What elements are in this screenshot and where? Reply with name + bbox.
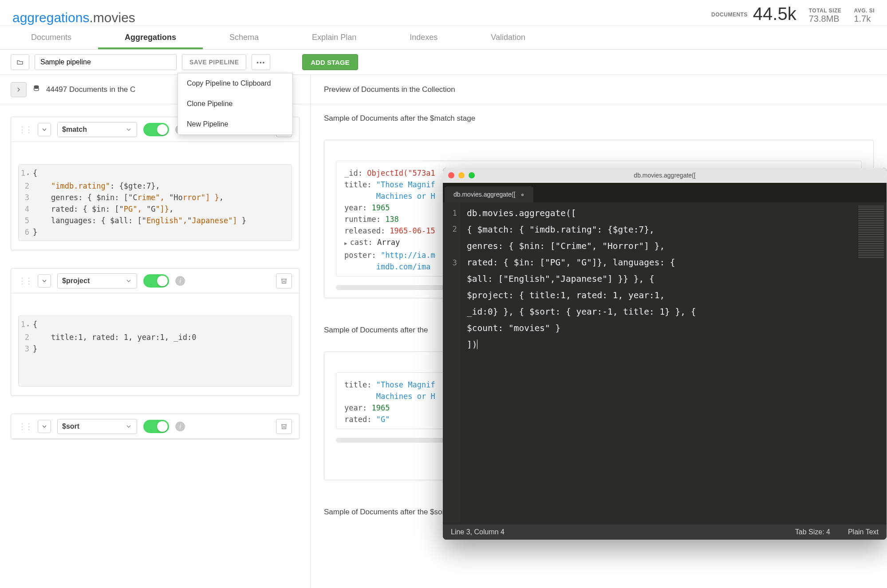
window-minimize-icon[interactable]: [458, 172, 465, 178]
editor-tab[interactable]: db.movies.aggregate([ ●: [445, 186, 533, 202]
collapse-stage-button[interactable]: [38, 420, 51, 433]
collapse-stage-button[interactable]: [38, 123, 51, 136]
stage-code-editor[interactable]: 1▾{2 title:1, rated: 1, year:1, _id:03}: [18, 316, 292, 387]
breadcrumb: aggregations.movies: [12, 10, 711, 25]
trash-icon: [280, 423, 288, 430]
menu-item-new-pipeline[interactable]: New Pipeline: [178, 114, 292, 134]
editor-statusbar: Line 3, Column 4 Tab Size: 4 Plain Text: [443, 525, 887, 540]
collection-tabs: DocumentsAggregationsSchemaExplain PlanI…: [0, 26, 887, 50]
add-stage-button[interactable]: ADD STAGE: [302, 54, 358, 70]
pipeline-more-button[interactable]: •••: [252, 54, 270, 70]
tab-dirty-icon: ●: [520, 191, 524, 198]
tab-documents[interactable]: Documents: [4, 26, 98, 49]
status-cursor: Line 3, Column 4: [451, 528, 505, 536]
stat-totalsize-value: 73.8MB: [809, 14, 842, 24]
tab-indexes[interactable]: Indexes: [383, 26, 464, 49]
window-zoom-icon[interactable]: [469, 172, 475, 178]
chevron-down-icon: [125, 126, 132, 133]
breadcrumb-db: aggregations: [12, 10, 89, 25]
collection-stats: DOCUMENTS 44.5k TOTAL SIZE 73.8MB AVG. S…: [711, 4, 875, 25]
chevron-right-icon: [15, 86, 22, 93]
stat-totalsize-label: TOTAL SIZE: [809, 8, 842, 14]
menu-item-clone-pipeline[interactable]: Clone Pipeline: [178, 94, 292, 114]
window-titlebar[interactable]: db.movies.aggregate([: [443, 168, 887, 183]
editor-minimap[interactable]: [855, 202, 887, 525]
chevron-down-icon: [125, 277, 132, 284]
editor-gutter: 123: [443, 202, 461, 525]
delete-stage-button[interactable]: [276, 419, 292, 434]
collapse-stage-button[interactable]: [38, 274, 51, 288]
chevron-down-icon: [41, 277, 48, 284]
menu-item-copy-pipeline-to-clipboard[interactable]: Copy Pipeline to Clipboard: [178, 73, 292, 94]
tab-validation[interactable]: Validation: [464, 26, 552, 49]
stat-documents-label: DOCUMENTS: [711, 12, 748, 18]
pipeline-more-menu: Copy Pipeline to ClipboardClone Pipeline…: [177, 73, 293, 135]
status-syntax[interactable]: Plain Text: [848, 528, 879, 536]
trash-icon: [280, 277, 288, 284]
window-close-icon[interactable]: [448, 172, 454, 178]
document-count-text: 44497 Documents in the C: [46, 85, 135, 94]
tab-aggregations[interactable]: Aggregations: [98, 26, 203, 49]
info-icon[interactable]: i: [175, 422, 185, 431]
stage-enabled-toggle[interactable]: [143, 420, 169, 433]
save-pipeline-button[interactable]: SAVE PIPELINE: [182, 54, 246, 70]
stage-operator-select[interactable]: $project: [57, 273, 137, 288]
database-icon: [33, 85, 40, 94]
stage-preview-label: Sample of Documents after the $match sta…: [311, 104, 887, 127]
collapse-docs-button[interactable]: [11, 82, 27, 97]
expand-array-icon[interactable]: ▶: [344, 241, 347, 246]
stat-avgsize-label: AVG. SI: [854, 8, 875, 14]
chevron-down-icon: [41, 126, 48, 133]
stage-operator-select[interactable]: $sort: [57, 419, 137, 434]
editor-content[interactable]: db.movies.aggregate([ { $match: { "imdb.…: [461, 202, 855, 525]
stat-documents-value: 44.5k: [753, 4, 796, 24]
pipeline-toolbar: SAVE PIPELINE ••• ADD STAGE Copy Pipelin…: [0, 50, 887, 75]
stage-enabled-toggle[interactable]: [143, 274, 169, 288]
tab-explain-plan[interactable]: Explain Plan: [285, 26, 383, 49]
chevron-down-icon: [41, 423, 48, 430]
info-icon[interactable]: i: [175, 276, 185, 286]
breadcrumb-coll: .movies: [89, 10, 135, 25]
folder-icon: [16, 59, 24, 66]
stage-operator-select[interactable]: $match: [57, 122, 137, 137]
tab-schema[interactable]: Schema: [203, 26, 285, 49]
drag-handle-icon[interactable]: ⋮⋮: [18, 125, 32, 134]
drag-handle-icon[interactable]: ⋮⋮: [18, 276, 32, 286]
external-code-editor-window: db.movies.aggregate([ db.movies.aggregat…: [443, 168, 887, 540]
drag-handle-icon[interactable]: ⋮⋮: [18, 422, 32, 431]
pipeline-name-input[interactable]: [35, 54, 177, 70]
stage-code-editor[interactable]: 1▾{2 "imdb.rating": {$gte:7},3 genres: {…: [18, 164, 292, 241]
stat-avgsize-value: 1.7k: [854, 14, 875, 24]
chevron-down-icon: [125, 423, 132, 430]
stage-enabled-toggle[interactable]: [143, 123, 169, 136]
open-pipeline-button[interactable]: [11, 54, 29, 70]
status-tabsize[interactable]: Tab Size: 4: [795, 528, 830, 536]
preview-header: Preview of Documents in the Collection: [311, 75, 887, 104]
window-title: db.movies.aggregate([: [634, 172, 695, 179]
delete-stage-button[interactable]: [276, 273, 292, 288]
